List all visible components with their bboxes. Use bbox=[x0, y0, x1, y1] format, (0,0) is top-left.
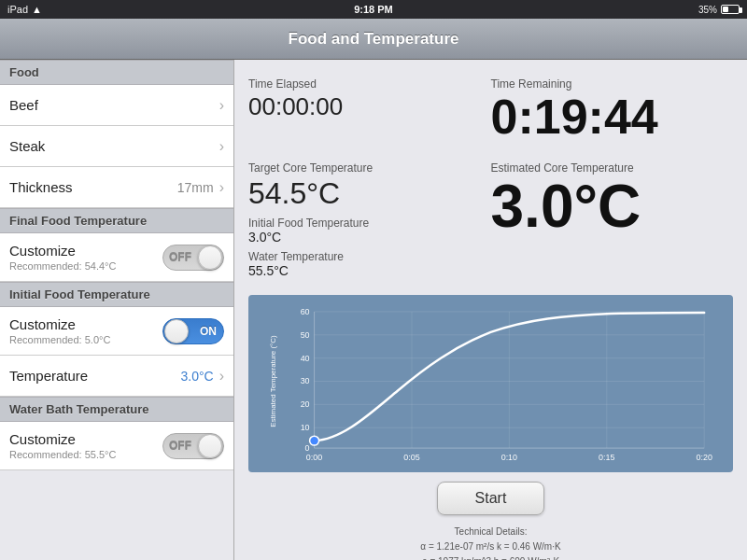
beef-item[interactable]: Beef › bbox=[0, 85, 233, 126]
svg-text:40: 40 bbox=[301, 354, 310, 363]
svg-text:Estimated Temperature (°C): Estimated Temperature (°C) bbox=[269, 335, 277, 427]
final-food-customize-label: Customize bbox=[9, 243, 116, 259]
svg-text:30: 30 bbox=[301, 376, 310, 385]
initial-food-toggle-thumb bbox=[164, 319, 189, 343]
temp-info-grid: Target Core Temperature 54.5°C Initial F… bbox=[248, 158, 733, 286]
food-section-header: Food bbox=[0, 60, 233, 85]
svg-text:0: 0 bbox=[305, 443, 310, 453]
target-core-temp-cell: Target Core Temperature 54.5°C Initial F… bbox=[248, 158, 491, 286]
time-elapsed-cell: Time Elapsed 00:00:00 bbox=[248, 74, 491, 148]
temperature-value: 3.0°C bbox=[181, 369, 214, 384]
temperature-item[interactable]: Temperature 3.0°C › bbox=[0, 356, 233, 397]
status-bar-right: 35% bbox=[698, 5, 740, 15]
water-bath-toggle[interactable]: OFF bbox=[162, 433, 224, 459]
initial-food-customize-row: Customize Recommended: 5.0°C ON bbox=[0, 307, 233, 356]
start-btn-container: Start bbox=[248, 482, 733, 515]
water-bath-toggle-thumb bbox=[198, 434, 222, 458]
initial-food-toggle[interactable]: ON bbox=[162, 318, 224, 344]
wifi-icon: ▲ bbox=[32, 4, 42, 15]
status-bar-left: iPad ▲ bbox=[7, 4, 42, 15]
final-food-toggle-thumb bbox=[198, 245, 222, 270]
svg-text:60: 60 bbox=[301, 307, 310, 316]
start-button[interactable]: Start bbox=[437, 482, 545, 515]
time-remaining-label: Time Remaining bbox=[491, 77, 734, 91]
water-temp-value: 55.5°C bbox=[248, 263, 491, 278]
top-info-grid: Time Elapsed 00:00:00 Time Remaining 0:1… bbox=[248, 74, 733, 148]
initial-food-customize-sublabel: Recommended: 5.0°C bbox=[9, 334, 110, 345]
water-temp-label: Water Temperature bbox=[248, 250, 491, 263]
chart-svg: 60 50 40 30 20 10 0 0:00 0:05 0:10 0:15 … bbox=[256, 302, 726, 465]
svg-text:Cooking Time (hours:minutes): Cooking Time (hours:minutes) bbox=[454, 464, 565, 465]
thickness-value: 17mm bbox=[177, 180, 214, 195]
initial-food-customize-text: Customize Recommended: 5.0°C bbox=[9, 316, 110, 345]
final-food-customize-row: Customize Recommended: 54.4°C OFF bbox=[0, 233, 233, 282]
carrier-label: iPad bbox=[7, 4, 28, 15]
water-bath-customize-row: Customize Recommended: 55.5°C OFF bbox=[0, 422, 233, 470]
status-bar: iPad ▲ 9:18 PM 35% bbox=[0, 0, 747, 19]
thickness-chevron: › bbox=[219, 179, 224, 196]
svg-text:0:10: 0:10 bbox=[501, 453, 517, 462]
steak-item[interactable]: Steak › bbox=[0, 126, 233, 167]
water-temp-detail: Water Temperature 55.5°C bbox=[248, 250, 491, 278]
svg-text:0:15: 0:15 bbox=[599, 453, 614, 462]
svg-point-26 bbox=[310, 436, 319, 445]
svg-text:0:05: 0:05 bbox=[403, 453, 419, 462]
water-bath-customize-text: Customize Recommended: 55.5°C bbox=[9, 431, 116, 460]
final-food-toggle-label: OFF bbox=[169, 251, 191, 264]
sidebar: Food Beef › Steak › Thickness 17mm › Fin… bbox=[0, 60, 234, 560]
svg-text:0:00: 0:00 bbox=[306, 453, 322, 462]
thickness-label: Thickness bbox=[9, 179, 73, 195]
svg-text:10: 10 bbox=[301, 423, 310, 432]
main-layout: Food Beef › Steak › Thickness 17mm › Fin… bbox=[0, 60, 747, 560]
chart-container: 60 50 40 30 20 10 0 0:00 0:05 0:10 0:15 … bbox=[248, 295, 733, 472]
water-bath-section-header: Water Bath Temperature bbox=[0, 397, 233, 422]
app-container: Food and Temperature Food Beef › Steak ›… bbox=[0, 19, 747, 560]
temperature-label: Temperature bbox=[9, 368, 88, 384]
estimated-core-temp-cell: Estimated Core Temperature 3.0°C bbox=[491, 158, 734, 286]
target-core-temp-label: Target Core Temperature bbox=[248, 161, 491, 175]
thickness-item[interactable]: Thickness 17mm › bbox=[0, 167, 233, 208]
right-panel: Time Elapsed 00:00:00 Time Remaining 0:1… bbox=[234, 60, 747, 560]
temperature-right: 3.0°C › bbox=[181, 368, 225, 385]
initial-food-customize-label: Customize bbox=[9, 316, 110, 332]
temperature-chevron: › bbox=[219, 368, 224, 385]
time-remaining-cell: Time Remaining 0:19:44 bbox=[491, 74, 734, 148]
target-core-temp-value: 54.5°C bbox=[248, 176, 491, 211]
status-bar-time: 9:18 PM bbox=[354, 4, 393, 15]
water-bath-customize-label: Customize bbox=[9, 431, 116, 447]
svg-text:20: 20 bbox=[301, 399, 310, 409]
steak-chevron: › bbox=[219, 138, 224, 155]
thickness-right: 17mm › bbox=[177, 179, 224, 196]
initial-food-section-header: Initial Food Temperature bbox=[0, 282, 233, 307]
beef-chevron: › bbox=[219, 97, 224, 114]
initial-food-temp-value: 3.0°C bbox=[248, 230, 491, 245]
tech-details: Technical Details: α = 1.21e-07 m²/s k =… bbox=[248, 525, 733, 560]
steak-label: Steak bbox=[9, 138, 45, 154]
water-bath-toggle-label: OFF bbox=[169, 440, 191, 453]
tech-details-line1: Technical Details: bbox=[248, 525, 733, 539]
initial-food-temp-label: Initial Food Temperature bbox=[248, 217, 491, 230]
nav-bar-title: Food and Temperature bbox=[289, 30, 459, 49]
tech-details-line2: α = 1.21e-07 m²/s k = 0.46 W/m·K bbox=[248, 539, 733, 554]
initial-food-temp-detail: Initial Food Temperature 3.0°C bbox=[248, 217, 491, 245]
final-food-section-header: Final Food Temperature bbox=[0, 208, 233, 233]
time-elapsed-label: Time Elapsed bbox=[248, 77, 491, 91]
estimated-core-temp-value: 3.0°C bbox=[491, 176, 734, 236]
tech-details-line3: ρ = 1077 kg/m^3 h = 600 W/m²-K bbox=[248, 554, 733, 560]
final-food-toggle[interactable]: OFF bbox=[162, 245, 224, 271]
svg-text:0:20: 0:20 bbox=[696, 453, 712, 462]
time-remaining-value: 0:19:44 bbox=[491, 92, 734, 141]
battery-icon bbox=[721, 5, 740, 14]
final-food-customize-sublabel: Recommended: 54.4°C bbox=[9, 260, 116, 272]
svg-text:50: 50 bbox=[301, 330, 310, 340]
final-food-customize-text: Customize Recommended: 54.4°C bbox=[9, 243, 116, 272]
beef-label: Beef bbox=[9, 97, 38, 113]
battery-percent: 35% bbox=[698, 5, 717, 15]
water-bath-customize-sublabel: Recommended: 55.5°C bbox=[9, 449, 116, 460]
nav-bar: Food and Temperature bbox=[0, 19, 747, 60]
initial-food-toggle-label: ON bbox=[200, 325, 217, 338]
time-elapsed-value: 00:00:00 bbox=[248, 92, 491, 121]
